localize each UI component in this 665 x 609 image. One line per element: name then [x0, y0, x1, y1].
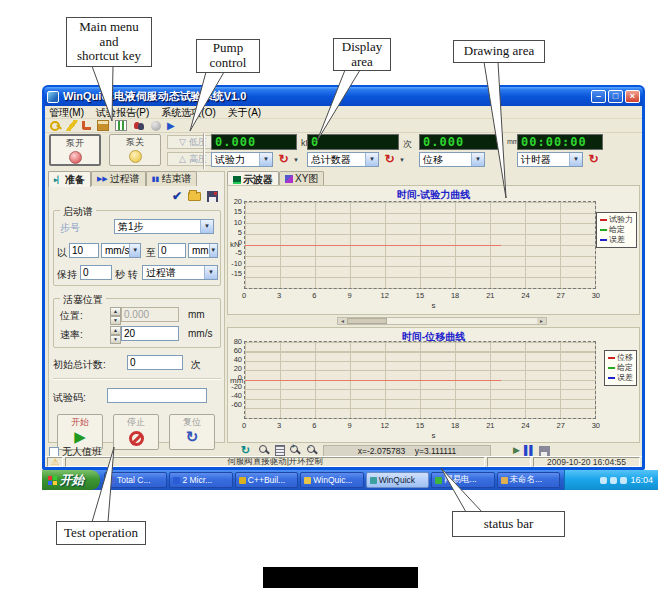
initial-count-input[interactable]	[127, 355, 183, 370]
chevron-down-icon[interactable]: ▼	[259, 153, 272, 166]
tab-prepare[interactable]: ▸▏ 准备	[48, 171, 91, 187]
displacement-channel-select[interactable]: 位移 ▼	[419, 152, 485, 167]
next-spectrum-select[interactable]: 过程谱 ▼	[142, 265, 218, 280]
scroll-left-icon[interactable]: ◄	[338, 318, 347, 324]
chart-icon[interactable]	[115, 120, 127, 131]
chevron-down-icon[interactable]: ▼	[209, 244, 217, 257]
menu-item[interactable]: 管理(M)	[49, 106, 84, 118]
counter-channel-select[interactable]: 总计数器 ▼	[307, 152, 379, 167]
task-button[interactable]: WinQuick	[366, 472, 429, 488]
legend-item: 误差	[600, 235, 633, 245]
tray-icon[interactable]	[610, 477, 617, 484]
play-icon[interactable]: ▶	[513, 445, 520, 456]
test-code-input[interactable]	[107, 388, 207, 403]
key-icon[interactable]	[50, 120, 62, 131]
target-unit-select[interactable]: mm ▼	[188, 243, 218, 258]
warning-icon: ⚠	[51, 457, 59, 467]
counter-refresh-icon[interactable]: ↻	[383, 153, 396, 166]
task-button[interactable]: WinQuic...	[300, 472, 363, 488]
hold-suffix-label: 秒 转	[115, 268, 138, 282]
legend-item: 位移	[608, 353, 633, 363]
group-title: 活塞位置	[60, 293, 106, 307]
pump-off-button[interactable]: 泵关	[109, 134, 161, 166]
pause-icon[interactable]: ▌▌	[524, 445, 535, 456]
confirm-icon[interactable]: ✔	[172, 190, 182, 202]
rate-stepper[interactable]: ▲▼	[110, 326, 121, 341]
cursor-coordinates: x=-2.075783 y=3.111111	[323, 445, 491, 457]
chevron-down-icon[interactable]: ▼	[365, 153, 378, 166]
chart-scrollbar[interactable]: ◄ ►	[337, 317, 547, 325]
save-plot-icon[interactable]	[539, 446, 550, 456]
shortcut-toolbar: ▶	[45, 119, 642, 133]
x-tick-label: 27	[555, 421, 567, 430]
y-tick-label: 0	[229, 239, 242, 247]
displacement-plot[interactable]	[244, 341, 596, 419]
pump-off-icon	[129, 150, 142, 163]
save-icon[interactable]	[207, 191, 218, 202]
task-button[interactable]: 未命名...	[497, 472, 560, 488]
task-button[interactable]: C++Buil...	[235, 472, 298, 488]
pump-on-button[interactable]: 泵开	[49, 134, 101, 166]
printer-icon[interactable]	[97, 120, 109, 131]
step-select[interactable]: 第1步 ▼	[114, 219, 214, 234]
menu-item[interactable]: 试验报告(P)	[96, 106, 149, 118]
force-chart: 时间-试验力曲线 kN 20151050-5-10-15 03691215182…	[227, 185, 640, 315]
tray-icon[interactable]	[600, 477, 607, 484]
tray-icon[interactable]	[620, 477, 627, 484]
bolt-icon[interactable]	[66, 120, 78, 131]
tab-xy-plot[interactable]: XY图	[279, 171, 324, 186]
users-icon[interactable]	[133, 120, 145, 131]
chevron-down-icon[interactable]: ▼	[569, 153, 582, 166]
scroll-right-icon[interactable]: ►	[537, 318, 546, 324]
tray-clock: 16:04	[630, 475, 653, 485]
y-tick-label: 20	[229, 198, 242, 206]
force-refresh-icon[interactable]: ↻	[277, 153, 290, 166]
open-folder-icon[interactable]	[188, 192, 201, 201]
chevron-down-icon[interactable]: ▼	[471, 153, 484, 166]
timer-channel-select[interactable]: 计时器 ▼	[517, 152, 583, 167]
force-plot[interactable]	[244, 201, 596, 289]
legend-dash-icon	[600, 229, 607, 231]
chevron-down-icon[interactable]: ▼	[200, 220, 213, 233]
divider	[203, 133, 205, 169]
minimize-button[interactable]: –	[591, 90, 606, 103]
stop-button[interactable]: 停止	[113, 414, 159, 450]
reset-button[interactable]: 复位 ↻	[169, 414, 215, 450]
chevron-down-icon[interactable]: ▼	[129, 244, 140, 257]
hold-input[interactable]	[80, 265, 112, 280]
maximize-button[interactable]: □	[608, 90, 623, 103]
caret-icon[interactable]: ▼	[293, 157, 299, 163]
legend-dash-icon	[608, 357, 615, 359]
menu-item[interactable]: 系统选项(O)	[161, 106, 215, 118]
speed-unit-select[interactable]: mm/s ▼	[101, 243, 141, 258]
zoom-in-icon[interactable]: +	[289, 445, 302, 456]
tab-process[interactable]: ▶▶ 过程谱	[91, 171, 146, 186]
zoom-icon[interactable]	[258, 445, 271, 456]
x-tick-label: 3	[273, 291, 285, 300]
start-button-os[interactable]: 开始	[42, 470, 100, 490]
exit-icon[interactable]: ▶	[167, 120, 179, 131]
displacement-display: 0.000	[419, 134, 503, 150]
globe-icon[interactable]	[151, 121, 161, 131]
target-input[interactable]	[158, 243, 186, 258]
data-list-icon[interactable]	[275, 445, 285, 456]
speed-input[interactable]	[69, 243, 99, 258]
task-button[interactable]: 2 Micr...	[169, 472, 232, 488]
caret-icon[interactable]: ▼	[399, 157, 405, 163]
force-channel-select[interactable]: 试验力 ▼	[211, 152, 273, 167]
tab-end[interactable]: ▮▮ 结束谱	[146, 171, 198, 186]
task-button[interactable]: 网易电...	[431, 472, 494, 488]
task-button[interactable]: Total C...	[104, 472, 167, 488]
tool-icon[interactable]	[82, 121, 91, 130]
scrollbar-thumb[interactable]	[347, 318, 387, 324]
task-app-icon	[304, 477, 311, 484]
close-button[interactable]: ×	[625, 90, 640, 103]
chevron-down-icon[interactable]: ▼	[204, 266, 217, 279]
refresh-view-icon[interactable]: ↻	[241, 445, 254, 456]
position-stepper[interactable]: ▲▼	[110, 307, 121, 322]
title-bar[interactable]: WinQuick电液伺服动态试验系统V1.0 – □ ×	[44, 87, 643, 106]
rate-input[interactable]	[121, 326, 179, 341]
menu-item[interactable]: 关于(A)	[228, 106, 261, 118]
timer-refresh-icon[interactable]: ↻	[587, 153, 600, 166]
zoom-out-icon[interactable]: -	[306, 445, 319, 456]
